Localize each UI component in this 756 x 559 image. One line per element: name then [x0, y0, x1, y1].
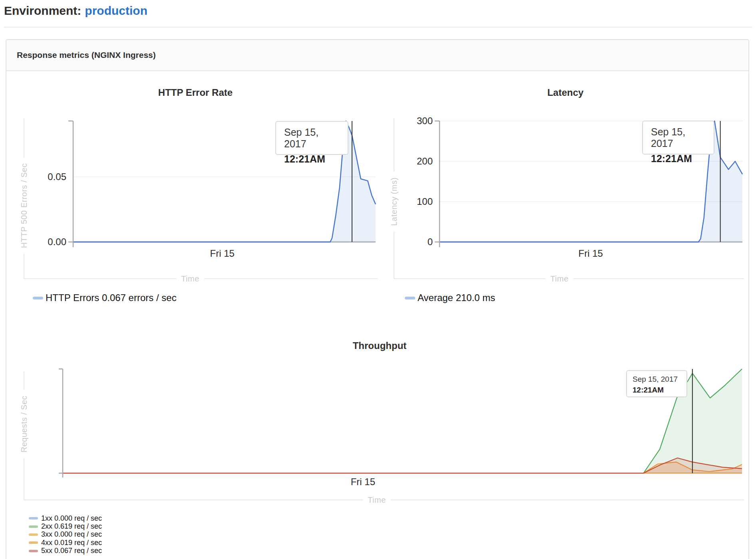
panel-title: Response metrics (NGINX Ingress)	[17, 50, 156, 60]
environment-link[interactable]: production	[85, 4, 147, 17]
page: Environment:production Response metrics …	[0, 0, 756, 559]
environment-header: Environment:production	[4, 4, 147, 18]
metrics-panel: Response metrics (NGINX Ingress)	[6, 39, 749, 559]
panel-heading: Response metrics (NGINX Ingress)	[6, 40, 748, 71]
header-divider	[4, 27, 752, 28]
environment-label: Environment:	[4, 4, 81, 17]
